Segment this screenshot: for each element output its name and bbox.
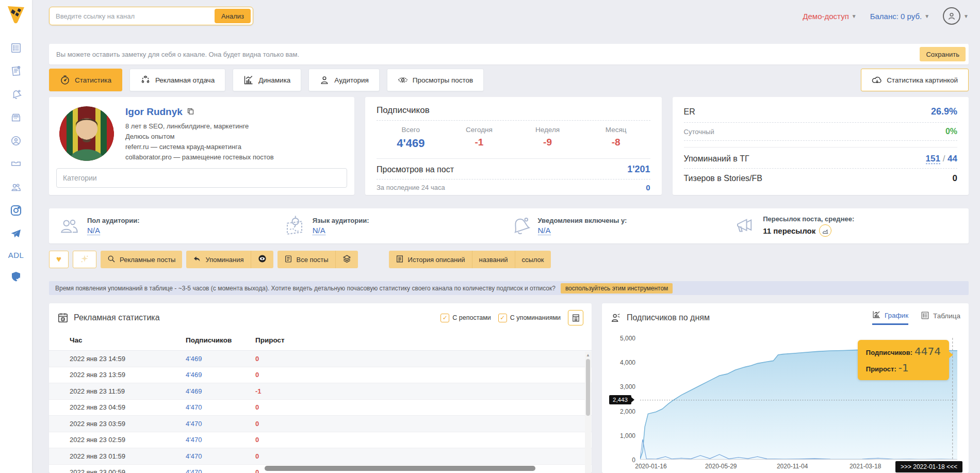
news-icon[interactable]: [10, 65, 22, 77]
chart-icon: [243, 75, 254, 85]
tab-label: Таблица: [933, 312, 960, 320]
profile-card: Igor Rudnyk 8 лет в SEO, линкбилдинге, м…: [49, 97, 354, 195]
shield-check-icon[interactable]: [10, 270, 22, 283]
avatar[interactable]: [943, 7, 960, 25]
bell-icon[interactable]: [10, 88, 22, 101]
tab-dynamics[interactable]: Динамика: [233, 69, 301, 91]
audience-value[interactable]: N/A: [538, 226, 551, 235]
column-subscribers[interactable]: Подписчиков: [165, 336, 235, 344]
table-view-button[interactable]: [568, 310, 583, 325]
audience-forwards: Пересылок поста, среднее: 11 пересылок: [734, 215, 959, 237]
tab-graph[interactable]: График: [872, 310, 908, 325]
person-icon: [319, 75, 330, 85]
notice-tool-link[interactable]: воспользуйтесь этим инструментом: [561, 283, 673, 293]
cell-subscribers[interactable]: 4'469: [165, 387, 235, 395]
vertical-scrollbar[interactable]: ▲: [585, 352, 591, 473]
mentions-button[interactable]: Упоминания: [186, 251, 251, 268]
cell-growth: 0: [235, 452, 297, 460]
ad-posts-button[interactable]: Рекламные посты: [101, 251, 182, 268]
ad-stats-panel: Рекламная статистика ✓С репостами ✓С упо…: [49, 303, 592, 473]
note-input[interactable]: [56, 51, 920, 58]
checkbox-icon: ✓: [440, 314, 449, 322]
users-icon: [58, 215, 80, 237]
tab-ad-return[interactable]: Рекламная отдача: [129, 69, 225, 91]
layers-button[interactable]: [336, 251, 358, 268]
app-logo-icon[interactable]: [6, 5, 26, 25]
channel-name: Igor Rudnyk: [125, 106, 183, 118]
tab-audience[interactable]: Аудитория: [308, 69, 379, 91]
channel-name-link[interactable]: Igor Rudnyk: [125, 106, 274, 118]
sparkle-button[interactable]: [73, 251, 96, 268]
copy-icon[interactable]: [187, 106, 194, 118]
chevron-down-icon[interactable]: ▼: [963, 13, 969, 19]
cell-hour: 2022 янв 23 02:59: [49, 436, 165, 444]
bio-line: Делюсь опытом: [125, 132, 274, 142]
stat-label: Сегодня: [445, 126, 514, 134]
tab-label: Статистика картинкой: [887, 76, 958, 84]
filter-label: Все посты: [297, 256, 329, 264]
tab-table[interactable]: Таблица: [921, 310, 960, 325]
list-icon[interactable]: [10, 42, 22, 54]
tab-label: Статистика: [75, 76, 111, 84]
tray-icon[interactable]: [10, 158, 22, 170]
balance-menu[interactable]: Баланс: 0 руб.▼: [870, 12, 929, 21]
table-list-icon: [921, 311, 929, 321]
all-posts-button[interactable]: Все посты: [277, 251, 336, 268]
tab-statistics[interactable]: Статистика: [49, 69, 122, 91]
crosshair-x-label: >>> 2022-01-18 <<<: [895, 461, 962, 472]
audience-value[interactable]: N/A: [313, 226, 325, 235]
search-input[interactable]: [50, 12, 215, 20]
cell-subscribers[interactable]: 4'469: [165, 371, 235, 379]
column-hour[interactable]: Час: [49, 336, 165, 344]
ad-stats-table-body: 2022 янв 23 14:594'46902022 янв 23 13:59…: [49, 351, 592, 473]
demo-access-menu[interactable]: Демо-доступ▼: [803, 12, 856, 21]
top-header: Анализ Демо-доступ▼ Баланс: 0 руб.▼ ▼: [49, 5, 969, 27]
history-descriptions-button[interactable]: История описаний: [389, 251, 472, 268]
analyze-button[interactable]: Анализ: [215, 9, 251, 23]
categories-input[interactable]: [56, 168, 347, 188]
stats-as-image-button[interactable]: Статистика картинкой: [861, 69, 969, 91]
mentions-count-2[interactable]: 44: [948, 154, 957, 164]
cell-growth: 0: [235, 371, 297, 379]
stat-value: 4'469: [377, 137, 445, 150]
mentions-count-link[interactable]: 151: [926, 154, 940, 164]
column-growth[interactable]: Прирост: [235, 336, 297, 344]
last-24h-value: 0: [646, 183, 650, 192]
telegram-icon[interactable]: [10, 227, 22, 240]
cell-subscribers[interactable]: 4'469: [165, 355, 235, 363]
cell-subscribers[interactable]: 4'470: [165, 452, 235, 460]
sidebar-item-adl[interactable]: ADL: [8, 251, 24, 259]
archive-icon[interactable]: [10, 111, 22, 124]
tab-post-views[interactable]: Просмотры постов: [387, 69, 484, 91]
favorites-button[interactable]: ♥: [49, 251, 69, 268]
filter-label: Упоминания: [205, 256, 243, 264]
forwards-chart-icon[interactable]: [819, 224, 831, 237]
history-links-button[interactable]: ссылок: [515, 251, 551, 268]
history-names-button[interactable]: названий: [472, 251, 515, 268]
audience-value[interactable]: N/A: [87, 226, 100, 235]
cell-subscribers[interactable]: 4'470: [165, 403, 235, 411]
cell-growth: 0: [235, 436, 297, 444]
cell-subscribers[interactable]: 4'470: [165, 436, 235, 444]
account-globe-icon[interactable]: [10, 135, 22, 147]
horizontal-scrollbar[interactable]: [265, 466, 535, 471]
cell-hour: 2022 янв 23 14:59: [49, 355, 165, 363]
users-icon[interactable]: [10, 181, 22, 193]
filter-label: ссылок: [522, 256, 544, 264]
subscribers-total: Всего4'469: [377, 126, 445, 150]
teasers-value: 0: [953, 173, 957, 184]
cell-subscribers[interactable]: 4'470: [165, 420, 235, 428]
instagram-icon[interactable]: [10, 204, 22, 217]
layers-icon: [342, 254, 351, 265]
table-row: 2022 янв 23 13:594'4690: [49, 367, 592, 384]
tooltip-value: -1: [899, 362, 909, 374]
checkbox-with-mentions[interactable]: ✓С упоминаниями: [498, 314, 561, 322]
subscribers-chart[interactable]: 01,0002,0003,0004,0005,000 2,443 >>> 202…: [640, 338, 957, 460]
checkbox-with-reposts[interactable]: ✓С репостами: [440, 314, 491, 322]
save-button[interactable]: Сохранить: [920, 47, 966, 61]
cell-subscribers[interactable]: 4'470: [165, 468, 235, 473]
mentions-eye-button[interactable]: [251, 251, 273, 268]
scrollbar-thumb[interactable]: [586, 359, 590, 416]
sparkle-icon: [80, 254, 89, 265]
checkbox-icon: ✓: [498, 314, 507, 322]
